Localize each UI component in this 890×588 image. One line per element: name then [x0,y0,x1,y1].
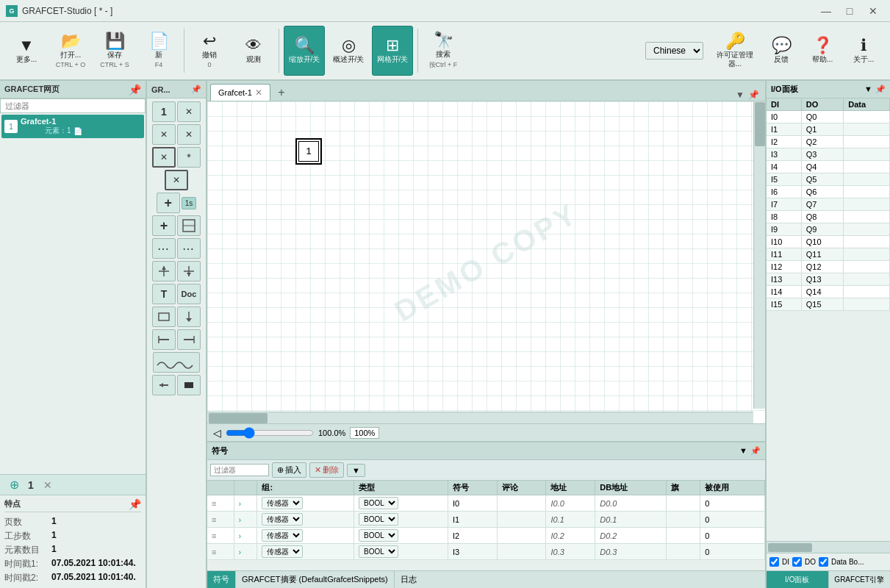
symbol-delete-button[interactable]: ✕ 删除 [309,462,344,478]
io-tab-panel[interactable]: I/O面板 [767,571,829,588]
undo-button[interactable]: ↩ 撤销 0 [189,26,230,76]
cond-box-tool[interactable]: ✕ [152,147,176,168]
dtype-select[interactable]: BOOL [359,529,398,542]
maximize-button[interactable]: □ [839,3,861,19]
row-expand[interactable]: › [234,495,257,512]
symbol-table-row: ≡ › 传感器 BOOL I3 I0.3 D0.3 0 [207,544,765,560]
dots-row-tool[interactable]: ⋯ [152,238,176,259]
add-tab-button[interactable]: + [273,85,290,101]
io-table-row: I0 Q0 [767,111,890,123]
license-manager-button[interactable]: 🔑 许可证管理器... [709,26,761,76]
symbol-dropdown-icon[interactable]: ▼ [739,446,747,456]
row-expand[interactable]: › [234,544,257,560]
grid-toggle-button[interactable]: ⊞ 网格开/关 [372,26,413,76]
add-step-tool[interactable]: + [157,193,180,213]
arrow-down-tool[interactable] [177,306,201,327]
symbol-pin-icon[interactable]: 📌 [750,446,761,456]
col-expand [234,481,257,495]
zoom-slider[interactable] [226,427,314,439]
canvas-vscrollbar[interactable] [753,101,765,409]
trans-tool-1[interactable]: ✕ [152,124,176,145]
symbol-insert-button[interactable]: ⊕ 插入 [272,462,306,478]
close-button[interactable]: ✕ [862,3,884,19]
delete-page-button[interactable]: ✕ [40,477,56,493]
tab-close-button[interactable]: ✕ [255,87,262,98]
io-do-cell: Q7 [801,198,844,211]
row-symbol: I1 [448,512,497,528]
step-number-tool[interactable]: 1 [152,101,176,122]
zoom-value-input[interactable] [350,427,379,439]
tree-item-grafcet1[interactable]: 1 Grafcet-1 元素：1 📄 [1,115,144,138]
pin-left-panel[interactable]: 📌 [129,84,141,96]
about-button[interactable]: ℹ 关于... [843,26,884,76]
tab-log[interactable]: 日志 [395,571,423,588]
step-1[interactable]: 1 [295,138,322,165]
canvas-hscrollbar[interactable] [207,412,753,423]
vscroll-thumb[interactable] [755,102,765,146]
text-tool[interactable]: T [152,284,176,304]
dots-row2-tool[interactable]: ⋯ [177,238,201,259]
rect-tool[interactable] [152,306,176,327]
io-scroll-thumb[interactable] [768,543,812,552]
save-button[interactable]: 💾 保存 CTRL + S [94,26,135,76]
symbol-filter-input[interactable] [210,464,269,476]
open-button[interactable]: 📂 打开... CTRL + O [50,26,91,76]
wave-tool[interactable] [153,352,200,373]
black-rect-tool[interactable] [177,375,201,395]
type-select[interactable]: 传感器 [262,529,303,542]
step-icon-tool[interactable] [177,215,201,236]
dtype-select[interactable]: BOOL [359,545,398,558]
more-button[interactable]: ▼ 更多... [6,26,47,76]
di-checkbox[interactable] [769,557,779,567]
tab-symbol[interactable]: 符号 [207,571,236,588]
hscroll-thumb[interactable] [209,413,268,423]
cond-star-tool[interactable]: * [177,147,201,168]
io-pin-icon[interactable]: 📌 [875,85,886,94]
grafcet-filter-input[interactable] [0,98,146,113]
tab-grafcet-summary[interactable]: GRAFCET摘要 (DefaultGrafcetSnippets) [236,571,395,588]
io-hscrollbar[interactable] [767,541,890,553]
symbol-more-button[interactable]: ▼ [347,464,365,477]
new-button[interactable]: 📄 新 F4 [138,26,179,76]
search-button[interactable]: 🔭 搜索 按Ctrl + F [423,26,464,76]
time-1s-tool[interactable]: 1s [182,197,197,209]
io-do-cell: Q5 [801,173,844,186]
zoom-toggle-button[interactable]: 🔍 缩放开/关 [284,26,325,76]
type-select[interactable]: 传感器 [262,545,303,558]
data-checkbox[interactable] [819,557,828,567]
feedback-button[interactable]: 💬 反馈 [761,26,802,76]
row-expand[interactable]: › [234,512,257,528]
canvas-pin-button[interactable]: 📌 [747,89,759,101]
box-x-tool[interactable]: ✕ [165,170,188,190]
help-button[interactable]: ❓ 帮助... [802,26,843,76]
hline-tool[interactable] [152,329,176,350]
overview-toggle-button[interactable]: ◎ 概述开/关 [328,26,369,76]
canvas[interactable]: DEMO COPY 1 [207,101,765,423]
back-arrow-tool[interactable] [152,375,176,395]
minimize-button[interactable]: — [815,3,837,19]
add-step2-tool[interactable]: + [152,215,176,236]
pin-tool-panel[interactable]: 📌 [191,85,201,94]
trans-tool-2[interactable]: ✕ [177,124,201,145]
canvas-dropdown-button[interactable]: ▼ [734,89,746,101]
io-tab-grafcet-engine[interactable]: GRAFCET引擎 [829,571,891,588]
tab-grafcet1[interactable]: Grafcet-1 ✕ [210,84,270,101]
view-button[interactable]: 👁 观测 [233,26,274,76]
add-page-button[interactable]: ⊕ [6,477,22,493]
fork-down-tool[interactable] [177,261,201,282]
step-close-tool[interactable]: ✕ [177,101,201,122]
pin-props[interactable]: 📌 [129,498,141,510]
row-comment [497,512,546,528]
fork-up-tool[interactable] [152,261,176,282]
do-checkbox[interactable] [792,557,802,567]
type-select[interactable]: 传感器 [262,497,303,509]
hline2-tool[interactable] [177,329,201,350]
language-select[interactable]: Chinese English [645,42,703,60]
dtype-select[interactable]: BOOL [359,497,398,509]
dtype-select[interactable]: BOOL [359,513,398,526]
row-db: D0.0 [595,495,667,512]
doc-tool[interactable]: Doc [177,284,201,304]
io-dropdown-icon[interactable]: ▼ [864,85,872,94]
type-select[interactable]: 传感器 [262,513,303,526]
row-expand[interactable]: › [234,528,257,544]
